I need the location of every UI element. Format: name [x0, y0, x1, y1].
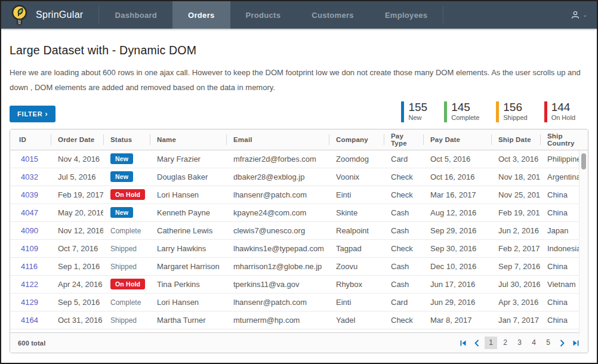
last-page-icon[interactable] [570, 337, 582, 349]
total-count: 600 total [18, 340, 45, 347]
status-text: Complete [110, 298, 141, 307]
table-row: 4032Jul 5, 2016NewDouglas Bakerdbaker28@… [10, 168, 588, 186]
column-header-email: Email [226, 129, 329, 150]
cell-id: 4164 [10, 311, 51, 329]
cell-email: lhansenr@patch.com [226, 186, 329, 203]
table-row: 4116Sep 1, 2016ShippedMargaret Harrisonm… [10, 257, 588, 275]
column-header-status: Status [103, 129, 150, 150]
cell-status: Shipped [103, 257, 150, 275]
page-button-5[interactable]: 5 [542, 337, 554, 349]
cell-order-date: Sep 1, 2016 [51, 257, 103, 275]
column-header-company: Company [329, 129, 384, 150]
orders-table: IDOrder DateStatusNameEmailCompanyPay Ty… [10, 129, 588, 332]
cell-id: 4015 [10, 150, 51, 168]
cell-pay-type: Card [384, 293, 423, 311]
cell-name: Larry Hawkins [150, 239, 226, 257]
filter-button-label: FILTER [17, 110, 42, 118]
nav-item-orders[interactable]: Orders [172, 1, 230, 29]
cell-name: Mary Frazier [150, 150, 226, 168]
status-text: Shipped [110, 263, 137, 271]
cell-email: mturnerm@hp.com [226, 311, 329, 329]
page-button-2[interactable]: 2 [499, 337, 511, 349]
table-row: 4122Apr 24, 2016On HoldTina Perkinstperk… [10, 275, 588, 293]
order-id-link[interactable]: 4129 [21, 298, 38, 307]
brand: SprinGular [1, 1, 98, 29]
page-button-3[interactable]: 3 [513, 337, 526, 349]
page-description: Here we are loading about 600 rows in on… [10, 65, 588, 95]
table-row: 4164Oct 31, 2016ShippedMartha Turnermtur… [10, 311, 588, 329]
table-footer: 600 total 12345 [10, 332, 588, 353]
column-header-ship-country: Ship Country [540, 129, 588, 150]
nav-item-customers[interactable]: Customers [296, 1, 369, 29]
stat-text: 145Complete [451, 101, 479, 122]
cell-order-date: Jul 5, 2016 [51, 168, 103, 186]
cell-pay-date: Mar 8, 2017 [423, 311, 491, 329]
table-vertical-scrollbar[interactable] [579, 150, 588, 335]
lightbulb-leaf-logo-icon [10, 4, 29, 26]
cell-company: Skinte [329, 203, 384, 221]
chevron-right-icon: › [45, 110, 48, 118]
cell-company: Tagpad [329, 239, 384, 257]
cell-pay-date: Dec 10, 2016 [423, 257, 491, 275]
cell-order-date: Sep 5, 2016 [51, 293, 103, 311]
controls-row: FILTER › 155New145Complete156Shipped144O… [10, 101, 588, 122]
user-menu-button[interactable]: ⌄ [571, 10, 587, 20]
cell-pay-type: Check [384, 168, 423, 186]
stat-label: Complete [451, 113, 479, 122]
stat-complete: 145Complete [444, 101, 479, 122]
stat-label: New [408, 113, 427, 122]
cell-status: Shipped [103, 311, 150, 329]
table-row: 4015Nov 4, 2016NewMary Fraziermfrazier2d… [10, 150, 588, 168]
nav-item-products[interactable]: Products [230, 1, 297, 29]
cell-id: 4047 [10, 203, 51, 221]
nav-item-employees[interactable]: Employees [369, 1, 443, 29]
cell-id: 4109 [10, 239, 51, 257]
order-id-link[interactable]: 4116 [21, 262, 38, 271]
nav-item-dashboard[interactable]: Dashboard [99, 1, 172, 29]
order-id-link[interactable]: 4039 [21, 190, 38, 199]
order-id-link[interactable]: 4047 [21, 208, 38, 217]
cell-pay-type: Cash [384, 275, 423, 293]
chevron-down-icon: ⌄ [582, 12, 587, 18]
cell-pay-date: Mar 16, 2017 [423, 186, 491, 203]
column-header-ship-date: Ship Date [491, 129, 540, 150]
cell-order-date: Nov 12, 2016 [51, 221, 103, 239]
page-button-1[interactable]: 1 [485, 337, 497, 349]
cell-company: Einti [329, 186, 384, 203]
cell-email: kpayne24@com.com [226, 203, 329, 221]
page-title: Large Dataset with - Dynamic DOM [10, 44, 588, 57]
cell-company: Einti [329, 293, 384, 311]
status-badge: On Hold [110, 279, 145, 290]
scrollbar-thumb[interactable] [581, 153, 586, 169]
header-right: ⌄ [571, 1, 597, 29]
stat-new: 155New [401, 101, 427, 122]
filter-button[interactable]: FILTER › [10, 106, 56, 122]
order-id-link[interactable]: 4015 [21, 155, 38, 164]
cell-ship-date: Feb 19, 2017 [491, 203, 540, 221]
prev-page-icon[interactable] [471, 337, 483, 349]
order-id-link[interactable]: 4032 [21, 172, 38, 181]
main-content: Large Dataset with - Dynamic DOM Here we… [1, 44, 597, 353]
cell-email: mharrison1z@globe.ne.jp [226, 257, 329, 275]
next-page-icon[interactable] [556, 337, 568, 349]
column-header-order-date: Order Date [51, 129, 103, 150]
cell-pay-type: Card [384, 150, 423, 168]
order-id-link[interactable]: 4109 [21, 244, 38, 253]
page-button-4[interactable]: 4 [528, 337, 540, 349]
order-id-link[interactable]: 4164 [21, 316, 38, 325]
cell-name: Martha Turner [150, 311, 226, 329]
cell-status: Complete [103, 221, 150, 239]
order-id-link[interactable]: 4122 [21, 280, 38, 289]
cell-name: Catherine Lewis [150, 221, 226, 239]
brand-name: SprinGular [36, 10, 83, 20]
cell-status: New [103, 168, 150, 186]
column-header-id: ID [10, 129, 51, 150]
stat-color-bar [496, 101, 499, 122]
order-id-link[interactable]: 4090 [21, 226, 38, 235]
orders-table-card: IDOrder DateStatusNameEmailCompanyPay Ty… [10, 129, 588, 353]
cell-order-date: Oct 31, 2016 [51, 311, 103, 329]
stat-value: 145 [451, 101, 479, 113]
cell-status: Shipped [103, 239, 150, 257]
stat-text: 144On Hold [551, 101, 575, 122]
first-page-icon[interactable] [457, 337, 469, 349]
